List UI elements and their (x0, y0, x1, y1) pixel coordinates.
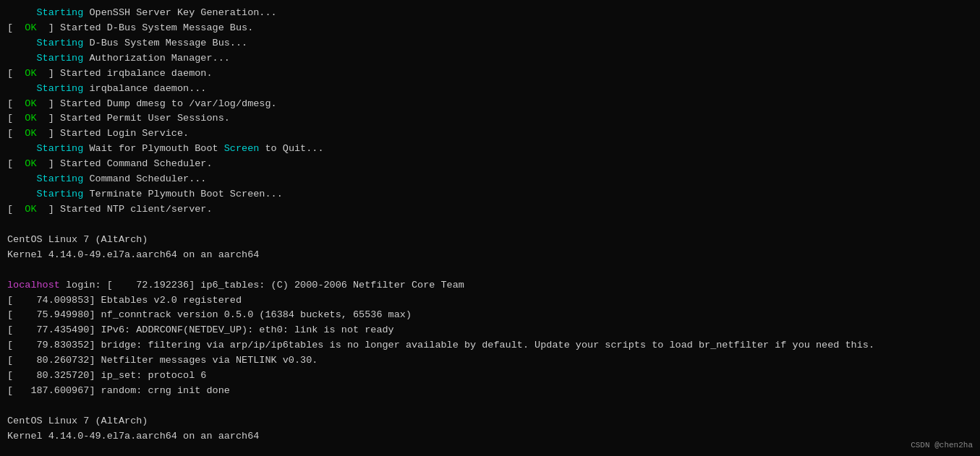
starting-keyword: Starting (37, 38, 84, 48)
line-7: [ OK ] Started Dump dmesg to /var/log/dm… (7, 97, 973, 112)
centos-line-1: CentOS Linux 7 (AltArch) (7, 233, 973, 248)
screen-keyword: Screen (224, 143, 260, 154)
starting-keyword: Starting (37, 7, 84, 18)
terminal: Starting OpenSSH Server Key Generation..… (0, 0, 980, 456)
ok-badge: OK (25, 128, 36, 139)
ok-badge: OK (25, 98, 36, 109)
localhost-label: localhost (7, 280, 60, 291)
starting-keyword: Starting (37, 53, 84, 64)
login-line-1: localhost login: [ 72.192236] ip6_tables… (7, 278, 973, 293)
blank-1 (7, 218, 973, 233)
kernel-msg-2: [ 75.949980] nf_conntrack version 0.5.0 … (7, 308, 973, 323)
starting-keyword: Starting (37, 83, 84, 94)
blank-4 (7, 444, 973, 456)
starting-keyword: Starting (37, 173, 84, 184)
ok-badge: OK (25, 22, 36, 33)
kernel-msg-7: [ 187.600967] random: crng init done (7, 384, 973, 399)
starting-keyword: Starting (37, 189, 84, 199)
blank-2 (7, 263, 973, 278)
blank-3 (7, 399, 973, 414)
line-1: Starting OpenSSH Server Key Generation..… (7, 6, 973, 21)
ok-badge: OK (25, 113, 36, 124)
line-10: Starting Wait for Plymouth Boot Screen t… (7, 142, 973, 157)
kernel-line-1: Kernel 4.14.0-49.el7a.aarch64 on an aarc… (7, 248, 973, 263)
watermark: CSDN @chen2ha (911, 439, 973, 452)
line-9: [ OK ] Started Login Service. (7, 126, 973, 142)
ok-badge: OK (25, 158, 36, 169)
ok-badge: OK (25, 68, 36, 79)
line-13: Starting Terminate Plymouth Boot Screen.… (7, 187, 973, 202)
line-1-text: OpenSSH Server Key Generation... (83, 7, 276, 18)
kernel-line-2: Kernel 4.14.0-49.el7a.aarch64 on an aarc… (7, 429, 973, 444)
kernel-msg-3: [ 77.435490] IPv6: ADDRCONF(NETDEV_UP): … (7, 323, 973, 338)
ok-badge: OK (25, 204, 36, 215)
line-14: [ OK ] Started NTP client/server. (7, 202, 973, 218)
line-3: Starting D-Bus System Message Bus... (7, 36, 973, 51)
kernel-msg-5: [ 80.260732] Netfilter messages via NETL… (7, 353, 973, 369)
line-5: [ OK ] Started irqbalance daemon. (7, 66, 973, 82)
line-8: [ OK ] Started Permit User Sessions. (7, 111, 973, 126)
kernel-msg-1: [ 74.009853] Ebtables v2.0 registered (7, 293, 973, 309)
line-12: Starting Command Scheduler... (7, 172, 973, 187)
kernel-msg-4: [ 79.830352] bridge: filtering via arp/i… (7, 338, 973, 353)
line-11: [ OK ] Started Command Scheduler. (7, 157, 973, 172)
centos-line-2: CentOS Linux 7 (AltArch) (7, 414, 973, 429)
line-2: [ OK ] Started D-Bus System Message Bus. (7, 21, 973, 36)
line-4: Starting Authorization Manager... (7, 51, 973, 66)
line-6: Starting irqbalance daemon... (7, 82, 973, 97)
starting-keyword: Starting (37, 143, 84, 154)
kernel-msg-6: [ 80.325720] ip_set: protocol 6 (7, 369, 973, 384)
